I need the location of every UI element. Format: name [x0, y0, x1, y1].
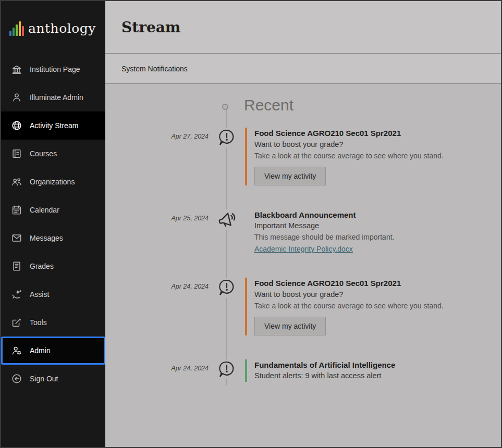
stream-item-line1: Student alerts: 9 with last access alert	[254, 370, 501, 382]
courses-icon	[11, 148, 22, 159]
stream-item: Apr 27, 2024 Food Science AGRO210 Sec01 …	[105, 128, 501, 185]
page-title: Stream	[121, 19, 181, 36]
sidebar-item-label: Institution Page	[30, 65, 80, 73]
announcement-megaphone-icon	[209, 209, 245, 254]
sidebar-item-messages[interactable]: Messages	[1, 224, 105, 252]
stream-item: Apr 24, 2024 Fundamentals of Artificial …	[105, 359, 501, 382]
sidebar-item-label: Courses	[30, 150, 57, 158]
stream-item-title: Fundamentals of Artificial Intelligence	[254, 359, 501, 371]
stream-item-line1: Important Message	[254, 220, 501, 232]
view-activity-button[interactable]: View my activity	[254, 317, 326, 335]
admin-gear-icon	[11, 345, 22, 356]
sidebar-item-label: Calendar	[30, 206, 59, 214]
sidebar-item-label: Assist	[30, 290, 49, 298]
sidebar-item-organizations[interactable]: Organizations	[1, 168, 105, 196]
stream-item-date: Apr 27, 2024	[105, 128, 209, 185]
tab-system-notifications[interactable]: System Notifications	[121, 65, 188, 73]
stream-item-title: Blackboard Announcement	[254, 209, 501, 221]
sidebar-item-institution-page[interactable]: Institution Page	[1, 55, 105, 83]
stream-content: Recent Apr 27, 2024 Food Science AGRO210…	[105, 84, 501, 447]
sidebar-item-calendar[interactable]: Calendar	[1, 196, 105, 224]
stream-item-date: Apr 25, 2024	[105, 209, 209, 254]
view-activity-button[interactable]: View my activity	[254, 167, 326, 185]
sidebar-item-label: Illuminate Admin	[30, 93, 83, 102]
tools-icon	[11, 317, 22, 328]
sidebar: anthology Institution Page Illuminate Ad…	[1, 1, 105, 447]
sidebar-item-admin[interactable]: Admin	[1, 337, 105, 365]
sidebar-nav: Institution Page Illuminate Admin Activi…	[1, 55, 105, 393]
envelope-icon	[11, 232, 22, 244]
stream-item-title: Food Science AGRO210 Sec01 Spr2021	[254, 128, 501, 139]
sidebar-item-label: Admin	[30, 346, 51, 355]
logo-wordmark: anthology	[28, 21, 96, 36]
subnav-bar: System Notifications	[105, 54, 501, 84]
sidebar-item-activity-stream[interactable]: Activity Stream	[1, 111, 105, 140]
sidebar-item-tools[interactable]: Tools	[1, 308, 105, 337]
alert-bubble-icon	[209, 359, 245, 382]
anthology-logo-icon	[9, 20, 24, 36]
grades-icon	[11, 260, 22, 272]
sign-out-icon	[11, 373, 22, 384]
stream-item-body: Food Science AGRO210 Sec01 Spr2021 Want …	[245, 278, 501, 335]
timeline-start-dot	[222, 104, 228, 110]
sidebar-item-illuminate-admin[interactable]: Illuminate Admin	[1, 83, 105, 111]
stream-item-line2: Take a look at the course average to see…	[254, 151, 501, 161]
stream-item-line2: This message should be marked important.	[254, 232, 501, 243]
alert-bubble-icon	[209, 128, 245, 185]
sidebar-item-label: Activity Stream	[30, 121, 78, 130]
anthology-logo[interactable]: anthology	[1, 1, 105, 55]
stream-item: Apr 25, 2024 Blackboard Announcement Imp…	[105, 209, 501, 254]
stream-item-body: Blackboard Announcement Important Messag…	[245, 209, 501, 254]
sidebar-item-label: Messages	[30, 234, 63, 242]
sidebar-item-sign-out[interactable]: Sign Out	[1, 365, 105, 393]
stream-item-date: Apr 24, 2024	[105, 278, 209, 335]
sidebar-item-assist[interactable]: Assist	[1, 280, 105, 308]
people-icon	[11, 176, 22, 188]
stream-item-body: Food Science AGRO210 Sec01 Spr2021 Want …	[245, 128, 501, 185]
recent-heading: Recent	[244, 96, 501, 114]
globe-icon	[11, 120, 22, 131]
assist-icon	[11, 289, 22, 300]
app-window: anthology Institution Page Illuminate Ad…	[0, 0, 502, 448]
calendar-icon	[11, 204, 22, 216]
sidebar-item-grades[interactable]: Grades	[1, 252, 105, 280]
alert-bubble-icon	[209, 278, 245, 335]
policy-doc-link[interactable]: Academic Integrity Policy.docx	[254, 245, 353, 253]
sidebar-item-label: Organizations	[30, 178, 75, 186]
sidebar-item-label: Grades	[30, 262, 54, 270]
stream-item-body: Fundamentals of Artificial Intelligence …	[245, 359, 501, 382]
sidebar-item-label: Sign Out	[30, 375, 58, 383]
stream-item-line1: Want to boost your grade?	[254, 139, 501, 151]
main-area: Stream System Notifications Recent Apr 2…	[105, 1, 501, 447]
stream-item-line1: Want to boost your grade?	[254, 289, 501, 301]
page-header: Stream	[105, 1, 501, 54]
institution-icon	[11, 64, 22, 75]
stream-item-title: Food Science AGRO210 Sec01 Spr2021	[254, 278, 501, 289]
stream-item-line2: Take a look at the course average to see…	[254, 301, 501, 312]
sidebar-item-courses[interactable]: Courses	[1, 140, 105, 168]
stream-item-date: Apr 24, 2024	[105, 359, 209, 382]
stream-item: Apr 24, 2024 Food Science AGRO210 Sec01 …	[105, 278, 501, 335]
activity-timeline: Recent Apr 27, 2024 Food Science AGRO210…	[105, 84, 501, 382]
sidebar-item-label: Tools	[30, 318, 47, 327]
person-icon	[11, 92, 22, 103]
